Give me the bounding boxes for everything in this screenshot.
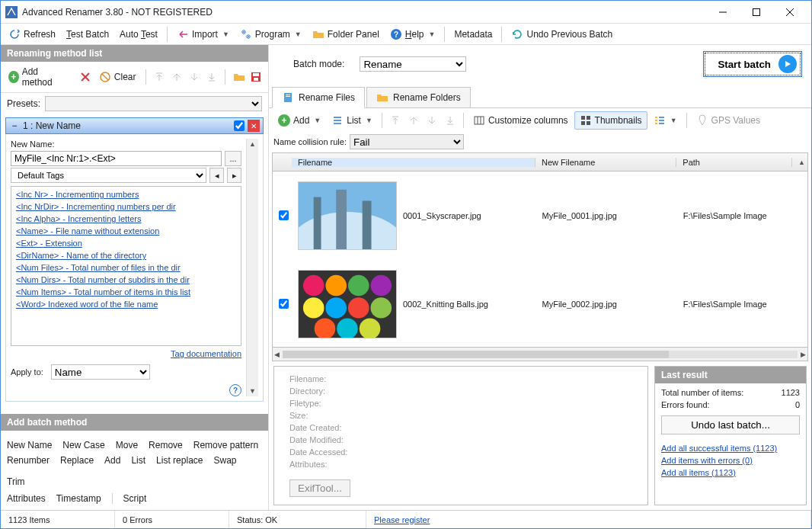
start-batch-button[interactable]: Start batch (703, 51, 802, 77)
add-successful-link[interactable]: Add all successful items (1123) (661, 444, 800, 453)
method-link[interactable]: Renumber (7, 455, 50, 466)
auto-test-button[interactable]: Auto Test (115, 27, 162, 42)
metadata-button[interactable]: Metadata (449, 27, 497, 42)
hscrollbar[interactable]: ◀▶ (273, 347, 807, 361)
import-button[interactable]: Import▼ (172, 26, 234, 43)
register-link[interactable]: Please register (374, 515, 430, 524)
presets-select[interactable] (45, 96, 262, 111)
tag-link[interactable]: <Inc NrDir> - Incrementing numbers per d… (16, 200, 236, 213)
arrow-bottom-icon (206, 71, 218, 83)
program-button[interactable]: Program▼ (235, 26, 306, 43)
move-up-button (169, 69, 184, 85)
thumbnails-icon (580, 114, 592, 127)
close-button[interactable] (773, 2, 807, 23)
method-link[interactable]: Remove (149, 440, 183, 450)
caret-down-icon: ▼ (429, 30, 436, 38)
exiftool-button[interactable]: ExifTool... (289, 479, 350, 497)
tab-rename-folders[interactable]: Rename Folders (366, 87, 471, 108)
method-link[interactable]: New Case (62, 440, 104, 450)
tag-link[interactable]: <Name> - File name without extension (16, 225, 236, 237)
batch-mode-select[interactable]: Rename (360, 56, 466, 72)
tag-link[interactable]: <DirName> - Name of the directory (16, 249, 236, 261)
svg-point-41 (371, 297, 392, 318)
row-checkbox[interactable] (279, 210, 289, 220)
method-scrollbar[interactable]: ▲▼ (246, 139, 258, 396)
status-bar: 1123 Items 0 Errors Status: OK Please re… (1, 510, 811, 528)
method-link[interactable]: Timestamp (56, 493, 101, 504)
method-help-icon[interactable]: ? (229, 384, 241, 396)
list-button[interactable]: List▼ (327, 112, 377, 129)
add-all-link[interactable]: Add all items (1123) (661, 468, 800, 477)
svg-text:?: ? (394, 30, 398, 39)
method-link[interactable]: Script (123, 493, 147, 504)
collision-select[interactable]: Fail (350, 134, 464, 149)
mark-button[interactable]: ▼ (649, 112, 682, 129)
undo-batch-button[interactable]: Undo Previous Batch (507, 26, 617, 43)
refresh-button[interactable]: Refresh (4, 26, 60, 43)
separator (382, 113, 382, 128)
add-errors-link[interactable]: Add items with errors (0) (661, 456, 800, 465)
tag-documentation-link[interactable]: Tag documentation (11, 349, 241, 358)
column-filename[interactable]: Filename (292, 158, 535, 167)
add-files-button[interactable]: +Add▼ (273, 112, 325, 129)
method-header[interactable]: − 1 : New Name ✕ (5, 117, 264, 134)
minimize-button[interactable] (706, 2, 740, 23)
caret-down-icon: ▼ (670, 117, 677, 124)
column-path[interactable]: Path (676, 158, 792, 167)
method-link[interactable]: New Name (7, 440, 52, 450)
method-link[interactable]: Trim (7, 476, 25, 487)
row-checkbox[interactable] (279, 299, 289, 309)
undo-last-batch-button[interactable]: Undo last batch... (661, 415, 800, 434)
apply-to-select[interactable]: Name (51, 364, 150, 380)
pattern-browse-button[interactable]: ... (225, 151, 241, 166)
test-batch-label: Test Batch (66, 29, 109, 40)
method-enabled-checkbox[interactable] (234, 120, 245, 131)
method-link[interactable]: Add (104, 455, 120, 466)
method-link[interactable]: Replace (60, 455, 94, 466)
method-link[interactable]: Swap (213, 455, 236, 466)
table-row[interactable]: 0001_Skyscraper.jpg MyFile_0001.jpg.jpg … (273, 172, 807, 260)
tag-link[interactable]: <Inc Nr> - Incrementing numbers (16, 188, 236, 200)
customize-columns-button[interactable]: Customize columns (468, 112, 573, 129)
tag-link[interactable]: <Num Items> - Total number of items in t… (16, 286, 236, 298)
tab-rename-files[interactable]: Rename Files (272, 87, 365, 108)
remove-method-button[interactable] (78, 69, 93, 85)
tags-category-select[interactable]: Default Tags (11, 168, 206, 183)
file-info-card: Filename: Directory: Filetype: Size: Dat… (273, 366, 648, 505)
method-delete-button[interactable]: ✕ (248, 120, 260, 132)
svg-rect-24 (581, 116, 585, 120)
vscroll-up[interactable]: ▲ (792, 159, 807, 166)
row-bottom-button (442, 112, 459, 129)
tags-list[interactable]: <Inc Nr> - Incrementing numbers <Inc NrD… (11, 186, 241, 346)
tag-link[interactable]: <Num Files> - Total number of files in t… (16, 261, 236, 274)
method-link[interactable]: Attributes (7, 493, 46, 504)
table-row[interactable]: 0002_Knitting Balls.jpg MyFile_0002.jpg.… (273, 260, 807, 347)
help-button[interactable]: ?Help▼ (385, 26, 440, 43)
method-link[interactable]: Move (116, 440, 138, 450)
collapse-icon[interactable]: − (9, 120, 20, 131)
maximize-button[interactable] (740, 2, 773, 23)
folder-panel-button[interactable]: Folder Panel (308, 26, 384, 43)
column-newfilename[interactable]: New Filename (535, 158, 676, 167)
svg-point-42 (315, 319, 336, 338)
thumbnails-button[interactable]: Thumbnails (574, 111, 647, 130)
test-batch-button[interactable]: Test Batch (62, 27, 113, 42)
tags-next-button[interactable]: ▸ (227, 168, 241, 183)
gps-values-button[interactable]: GPS Values (692, 112, 765, 129)
save-preset-button[interactable] (249, 69, 264, 85)
tag-link[interactable]: <Num Dirs> - Total number of subdirs in … (16, 274, 236, 286)
clear-button[interactable]: Clear (96, 69, 139, 85)
pattern-input[interactable] (11, 151, 222, 166)
tag-link[interactable]: <Ext> - Extension (16, 237, 236, 249)
method-link[interactable]: Remove pattern (193, 440, 258, 450)
method-link[interactable]: List replace (156, 455, 203, 466)
svg-point-43 (337, 319, 358, 338)
open-preset-button[interactable] (232, 69, 246, 85)
result-errors-label: Errors found: (661, 400, 710, 409)
method-link[interactable]: List (131, 455, 145, 466)
tag-link[interactable]: <Word> Indexed word of the file name (16, 298, 236, 310)
tags-prev-button[interactable]: ◂ (209, 168, 224, 183)
tag-link[interactable]: <Inc Alpha> - Incrementing letters (16, 213, 236, 225)
arrow-top-icon (389, 114, 401, 127)
add-method-button[interactable]: +Add method (5, 65, 67, 89)
